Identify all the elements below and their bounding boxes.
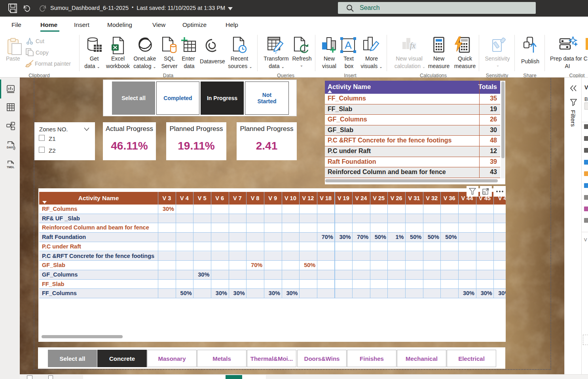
svg-text:DAX: DAX xyxy=(7,146,13,149)
svg-text:fx: fx xyxy=(410,41,416,50)
svg-text:TMDL: TMDL xyxy=(7,166,15,169)
svg-text:A: A xyxy=(345,39,352,51)
